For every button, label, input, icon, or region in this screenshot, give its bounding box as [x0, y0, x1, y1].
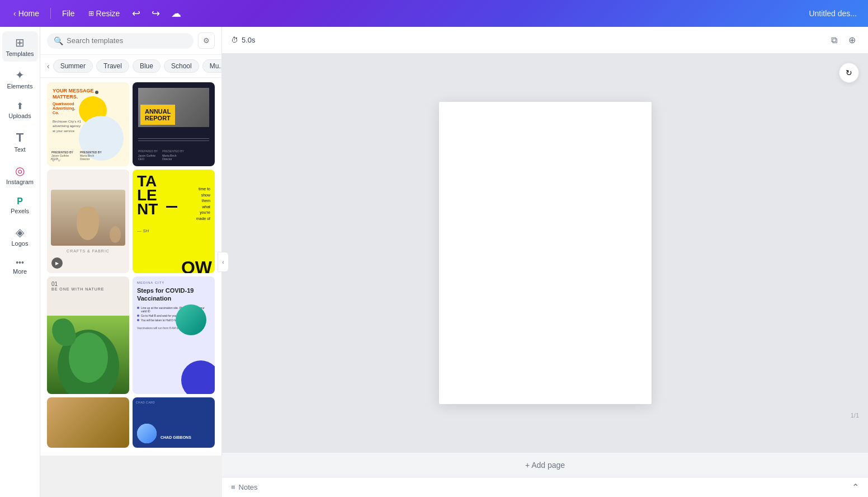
tag-travel[interactable]: Travel	[96, 59, 129, 73]
duplicate-page-button[interactable]: ⧉	[828, 31, 841, 49]
resize-button[interactable]: ⊞ Resize	[84, 7, 125, 20]
template-advertising[interactable]: YOUR MESSAGEMATTERS. QuarkwoodAdvertisin…	[47, 82, 129, 166]
text-label: Text	[14, 146, 25, 153]
elements-label: Elements	[7, 83, 33, 90]
file-button[interactable]: File	[58, 7, 79, 20]
icon-sidebar: ⊞ Templates ✦ Elements ⬆ Uploads T Text …	[0, 27, 40, 497]
sidebar-item-text[interactable]: T Text	[2, 126, 38, 157]
sidebar-item-instagram[interactable]: ◎ Instagram	[2, 160, 38, 190]
covid-title: Steps for COVID-19Vaccination	[137, 287, 210, 303]
templates-icon: ⊞	[15, 36, 25, 49]
chad-name: CHAD GIBBONS	[161, 435, 191, 439]
tag-music[interactable]: Mu...	[202, 59, 221, 73]
template-grid-row-1: YOUR MESSAGEMATTERS. QuarkwoodAdvertisin…	[47, 82, 215, 166]
search-input-wrap: 🔍	[47, 33, 194, 49]
filter-button[interactable]: ⚙	[198, 32, 215, 49]
chevron-up-icon: ⌃	[852, 482, 859, 492]
talent-title: TALENT	[137, 174, 158, 217]
hide-panel-button[interactable]: ‹	[218, 252, 229, 272]
tag-school-label: School	[171, 62, 192, 70]
tags-prev-button[interactable]: ‹	[47, 62, 50, 71]
logos-icon: ◈	[16, 226, 24, 239]
bottom-bar: ≡ Notes ⌃	[222, 477, 868, 497]
home-button[interactable]: ‹ Home	[9, 7, 44, 20]
template-grid-row-3: 01 BE ONE WITH NATURE Medina Ci	[47, 276, 215, 394]
talent-dash	[166, 206, 177, 208]
nav-divider	[50, 8, 51, 19]
more-label: More	[13, 268, 27, 275]
canvas-toolbar: ⏱ 5.0s ⧉ ⊕	[222, 27, 868, 54]
nature-number: 01	[51, 281, 125, 287]
instagram-label: Instagram	[6, 179, 34, 185]
elements-icon: ✦	[15, 68, 25, 82]
home-label: Home	[18, 9, 39, 18]
notes-button[interactable]: ≡ Notes	[231, 483, 258, 491]
template-covid[interactable]: Medina City Steps for COVID-19Vaccinatio…	[133, 276, 215, 394]
add-page-bar[interactable]: + Add page	[222, 452, 868, 477]
template-nature[interactable]: 01 BE ONE WITH NATURE	[47, 276, 129, 394]
redo-button[interactable]: ↪	[148, 4, 163, 23]
resize-label: Resize	[96, 9, 120, 18]
template-annual-report[interactable]: ANNUALREPORT PREPARED BYJason GuthrieCEO…	[133, 82, 215, 166]
sidebar-item-logos[interactable]: ◈ Logos	[2, 221, 38, 251]
duration-badge: ⏱ 5.0s	[231, 36, 256, 44]
chevron-left-icon: ‹	[13, 9, 16, 18]
tag-summer-label: Summer	[60, 62, 86, 70]
template-chad-gibbons[interactable]: Chad Card CHAD GIBBONS	[133, 397, 215, 448]
show-pages-button[interactable]: ⌃	[852, 482, 859, 493]
canvas-actions: ⧉ ⊕	[828, 31, 859, 49]
tag-travel-label: Travel	[103, 62, 122, 70]
canvas-main: ↻ 1/1	[222, 54, 868, 452]
tag-music-label: Mu...	[210, 62, 221, 70]
tags-row: ‹ Summer Travel Blue School Mu... ›	[40, 55, 221, 78]
template-talent-show[interactable]: TALENT time toshowthemwhatyou'remade of …	[133, 170, 215, 273]
text-icon: T	[16, 130, 23, 145]
tag-blue[interactable]: Blue	[133, 59, 161, 73]
tag-school[interactable]: School	[164, 59, 199, 73]
refresh-icon: ↻	[846, 68, 852, 77]
pexels-icon: P	[17, 196, 23, 207]
template-grid: YOUR MESSAGEMATTERS. QuarkwoodAdvertisin…	[40, 78, 221, 456]
templates-panel: 🔍 ⚙ ‹ Summer Travel Blue	[40, 27, 222, 456]
canvas-page[interactable]	[439, 102, 652, 404]
sidebar-item-pexels[interactable]: P Pexels	[2, 192, 38, 219]
undo-button[interactable]: ↩	[129, 4, 144, 23]
instagram-icon: ◎	[15, 164, 25, 177]
page-number: 1/1	[851, 412, 859, 419]
talent-subtitle: time toshowthemwhatyou'remade of	[196, 186, 210, 222]
sidebar-item-templates[interactable]: ⊞ Templates	[2, 31, 38, 62]
search-icon: 🔍	[54, 36, 63, 45]
search-input[interactable]	[67, 36, 187, 45]
file-label: File	[62, 9, 75, 18]
crafts-brand: CRAFTS & FABRIC	[67, 249, 110, 253]
tag-summer[interactable]: Summer	[53, 59, 93, 73]
notes-icon: ≡	[231, 483, 235, 491]
sidebar-item-elements[interactable]: ✦ Elements	[2, 64, 38, 94]
play-button[interactable]: ▶	[51, 257, 63, 269]
decorative-waves: ∿∿	[50, 156, 61, 163]
search-bar: 🔍 ⚙	[40, 27, 221, 55]
top-navigation: ‹ Home File ⊞ Resize ↩ ↪ ☁ Untitled des.…	[0, 0, 868, 27]
resize-icon: ⊞	[88, 10, 94, 17]
pexels-label: Pexels	[11, 208, 29, 214]
sidebar-item-uploads[interactable]: ⬆ Uploads	[2, 96, 38, 124]
save-cloud-button[interactable]: ☁	[168, 4, 185, 23]
annual-report-title: ANNUALREPORT	[140, 105, 175, 125]
template-grid-row-2: CRAFTS & FABRIC ▶ TALENT time toshowthem…	[47, 170, 215, 273]
sidebar-item-more[interactable]: ••• More	[2, 254, 38, 279]
canvas-area: ⏱ 5.0s ⧉ ⊕ ↻ 1/1 + Add page ≡ Notes	[222, 27, 868, 497]
template-brown[interactable]	[47, 397, 129, 448]
add-page-label: + Add page	[525, 461, 565, 470]
uploads-label: Uploads	[8, 112, 31, 119]
talent-show-text: OW	[181, 260, 212, 273]
refresh-button[interactable]: ↻	[839, 63, 859, 83]
duration-value: 5.0s	[242, 36, 256, 44]
template-crafts[interactable]: CRAFTS & FABRIC ▶	[47, 170, 129, 273]
add-page-button[interactable]: ⊕	[845, 31, 859, 49]
more-icon: •••	[16, 258, 24, 267]
tag-blue-label: Blue	[140, 62, 153, 70]
nature-text: BE ONE WITH NATURE	[51, 287, 125, 291]
covid-city: Medina City	[137, 281, 210, 284]
templates-label: Templates	[6, 50, 34, 57]
notes-label: Notes	[239, 483, 258, 491]
